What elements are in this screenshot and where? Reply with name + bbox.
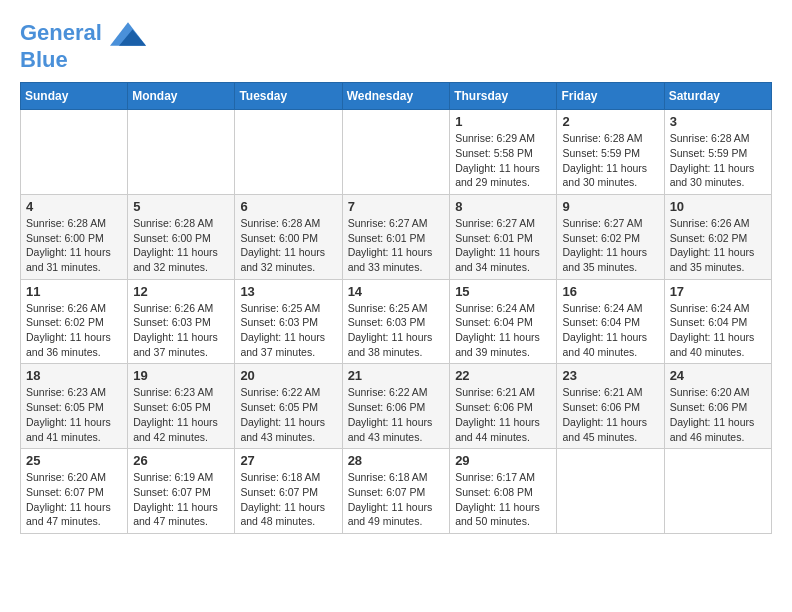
day-info: Sunrise: 6:28 AM Sunset: 5:59 PM Dayligh… xyxy=(670,131,766,190)
calendar-body: 1Sunrise: 6:29 AM Sunset: 5:58 PM Daylig… xyxy=(21,110,772,534)
weekday-header-tuesday: Tuesday xyxy=(235,83,342,110)
calendar-week-3: 11Sunrise: 6:26 AM Sunset: 6:02 PM Dayli… xyxy=(21,279,772,364)
weekday-header-friday: Friday xyxy=(557,83,664,110)
day-number: 25 xyxy=(26,453,122,468)
day-info: Sunrise: 6:24 AM Sunset: 6:04 PM Dayligh… xyxy=(670,301,766,360)
calendar-cell: 9Sunrise: 6:27 AM Sunset: 6:02 PM Daylig… xyxy=(557,194,664,279)
day-info: Sunrise: 6:28 AM Sunset: 6:00 PM Dayligh… xyxy=(133,216,229,275)
calendar-table: SundayMondayTuesdayWednesdayThursdayFrid… xyxy=(20,82,772,534)
day-info: Sunrise: 6:25 AM Sunset: 6:03 PM Dayligh… xyxy=(240,301,336,360)
day-number: 2 xyxy=(562,114,658,129)
calendar-cell xyxy=(342,110,450,195)
day-number: 12 xyxy=(133,284,229,299)
day-number: 11 xyxy=(26,284,122,299)
calendar-cell: 19Sunrise: 6:23 AM Sunset: 6:05 PM Dayli… xyxy=(128,364,235,449)
calendar-cell: 18Sunrise: 6:23 AM Sunset: 6:05 PM Dayli… xyxy=(21,364,128,449)
calendar-week-5: 25Sunrise: 6:20 AM Sunset: 6:07 PM Dayli… xyxy=(21,449,772,534)
day-info: Sunrise: 6:23 AM Sunset: 6:05 PM Dayligh… xyxy=(133,385,229,444)
calendar-cell: 20Sunrise: 6:22 AM Sunset: 6:05 PM Dayli… xyxy=(235,364,342,449)
calendar-cell: 29Sunrise: 6:17 AM Sunset: 6:08 PM Dayli… xyxy=(450,449,557,534)
calendar-cell: 5Sunrise: 6:28 AM Sunset: 6:00 PM Daylig… xyxy=(128,194,235,279)
calendar-cell: 13Sunrise: 6:25 AM Sunset: 6:03 PM Dayli… xyxy=(235,279,342,364)
day-number: 16 xyxy=(562,284,658,299)
day-number: 14 xyxy=(348,284,445,299)
weekday-header-wednesday: Wednesday xyxy=(342,83,450,110)
day-info: Sunrise: 6:25 AM Sunset: 6:03 PM Dayligh… xyxy=(348,301,445,360)
calendar-week-2: 4Sunrise: 6:28 AM Sunset: 6:00 PM Daylig… xyxy=(21,194,772,279)
logo-blue: Blue xyxy=(20,48,146,72)
day-number: 27 xyxy=(240,453,336,468)
calendar-cell: 4Sunrise: 6:28 AM Sunset: 6:00 PM Daylig… xyxy=(21,194,128,279)
calendar-cell: 12Sunrise: 6:26 AM Sunset: 6:03 PM Dayli… xyxy=(128,279,235,364)
day-number: 7 xyxy=(348,199,445,214)
calendar-cell xyxy=(21,110,128,195)
calendar-cell: 24Sunrise: 6:20 AM Sunset: 6:06 PM Dayli… xyxy=(664,364,771,449)
day-info: Sunrise: 6:29 AM Sunset: 5:58 PM Dayligh… xyxy=(455,131,551,190)
day-info: Sunrise: 6:17 AM Sunset: 6:08 PM Dayligh… xyxy=(455,470,551,529)
calendar-cell: 2Sunrise: 6:28 AM Sunset: 5:59 PM Daylig… xyxy=(557,110,664,195)
day-info: Sunrise: 6:21 AM Sunset: 6:06 PM Dayligh… xyxy=(562,385,658,444)
calendar-header-row: SundayMondayTuesdayWednesdayThursdayFrid… xyxy=(21,83,772,110)
day-number: 6 xyxy=(240,199,336,214)
day-info: Sunrise: 6:22 AM Sunset: 6:05 PM Dayligh… xyxy=(240,385,336,444)
calendar-cell: 27Sunrise: 6:18 AM Sunset: 6:07 PM Dayli… xyxy=(235,449,342,534)
day-info: Sunrise: 6:22 AM Sunset: 6:06 PM Dayligh… xyxy=(348,385,445,444)
calendar-cell: 23Sunrise: 6:21 AM Sunset: 6:06 PM Dayli… xyxy=(557,364,664,449)
day-info: Sunrise: 6:28 AM Sunset: 6:00 PM Dayligh… xyxy=(26,216,122,275)
day-number: 9 xyxy=(562,199,658,214)
day-number: 4 xyxy=(26,199,122,214)
calendar-cell: 16Sunrise: 6:24 AM Sunset: 6:04 PM Dayli… xyxy=(557,279,664,364)
calendar-cell xyxy=(235,110,342,195)
calendar-cell: 28Sunrise: 6:18 AM Sunset: 6:07 PM Dayli… xyxy=(342,449,450,534)
day-number: 28 xyxy=(348,453,445,468)
day-info: Sunrise: 6:27 AM Sunset: 6:01 PM Dayligh… xyxy=(455,216,551,275)
calendar-cell: 21Sunrise: 6:22 AM Sunset: 6:06 PM Dayli… xyxy=(342,364,450,449)
day-info: Sunrise: 6:26 AM Sunset: 6:02 PM Dayligh… xyxy=(670,216,766,275)
calendar-cell: 22Sunrise: 6:21 AM Sunset: 6:06 PM Dayli… xyxy=(450,364,557,449)
page-header: General Blue xyxy=(20,20,772,72)
day-info: Sunrise: 6:18 AM Sunset: 6:07 PM Dayligh… xyxy=(348,470,445,529)
day-info: Sunrise: 6:18 AM Sunset: 6:07 PM Dayligh… xyxy=(240,470,336,529)
day-number: 24 xyxy=(670,368,766,383)
day-info: Sunrise: 6:26 AM Sunset: 6:03 PM Dayligh… xyxy=(133,301,229,360)
calendar-cell xyxy=(557,449,664,534)
day-number: 17 xyxy=(670,284,766,299)
day-info: Sunrise: 6:27 AM Sunset: 6:02 PM Dayligh… xyxy=(562,216,658,275)
day-number: 26 xyxy=(133,453,229,468)
day-number: 3 xyxy=(670,114,766,129)
calendar-cell: 26Sunrise: 6:19 AM Sunset: 6:07 PM Dayli… xyxy=(128,449,235,534)
logo-icon xyxy=(110,20,146,48)
calendar-cell xyxy=(128,110,235,195)
weekday-header-saturday: Saturday xyxy=(664,83,771,110)
day-number: 22 xyxy=(455,368,551,383)
day-number: 5 xyxy=(133,199,229,214)
day-number: 8 xyxy=(455,199,551,214)
weekday-header-monday: Monday xyxy=(128,83,235,110)
day-info: Sunrise: 6:27 AM Sunset: 6:01 PM Dayligh… xyxy=(348,216,445,275)
calendar-cell: 11Sunrise: 6:26 AM Sunset: 6:02 PM Dayli… xyxy=(21,279,128,364)
day-info: Sunrise: 6:21 AM Sunset: 6:06 PM Dayligh… xyxy=(455,385,551,444)
day-number: 19 xyxy=(133,368,229,383)
logo: General Blue xyxy=(20,20,146,72)
calendar-cell: 14Sunrise: 6:25 AM Sunset: 6:03 PM Dayli… xyxy=(342,279,450,364)
day-info: Sunrise: 6:20 AM Sunset: 6:06 PM Dayligh… xyxy=(670,385,766,444)
calendar-cell: 1Sunrise: 6:29 AM Sunset: 5:58 PM Daylig… xyxy=(450,110,557,195)
calendar-cell: 25Sunrise: 6:20 AM Sunset: 6:07 PM Dayli… xyxy=(21,449,128,534)
day-info: Sunrise: 6:24 AM Sunset: 6:04 PM Dayligh… xyxy=(455,301,551,360)
logo-text: General xyxy=(20,20,146,48)
day-number: 10 xyxy=(670,199,766,214)
day-info: Sunrise: 6:28 AM Sunset: 5:59 PM Dayligh… xyxy=(562,131,658,190)
calendar-cell: 15Sunrise: 6:24 AM Sunset: 6:04 PM Dayli… xyxy=(450,279,557,364)
day-info: Sunrise: 6:20 AM Sunset: 6:07 PM Dayligh… xyxy=(26,470,122,529)
day-info: Sunrise: 6:19 AM Sunset: 6:07 PM Dayligh… xyxy=(133,470,229,529)
day-number: 21 xyxy=(348,368,445,383)
calendar-cell: 3Sunrise: 6:28 AM Sunset: 5:59 PM Daylig… xyxy=(664,110,771,195)
calendar-week-1: 1Sunrise: 6:29 AM Sunset: 5:58 PM Daylig… xyxy=(21,110,772,195)
calendar-cell: 8Sunrise: 6:27 AM Sunset: 6:01 PM Daylig… xyxy=(450,194,557,279)
weekday-header-thursday: Thursday xyxy=(450,83,557,110)
day-number: 15 xyxy=(455,284,551,299)
day-number: 18 xyxy=(26,368,122,383)
calendar-cell: 17Sunrise: 6:24 AM Sunset: 6:04 PM Dayli… xyxy=(664,279,771,364)
day-number: 1 xyxy=(455,114,551,129)
calendar-cell: 10Sunrise: 6:26 AM Sunset: 6:02 PM Dayli… xyxy=(664,194,771,279)
